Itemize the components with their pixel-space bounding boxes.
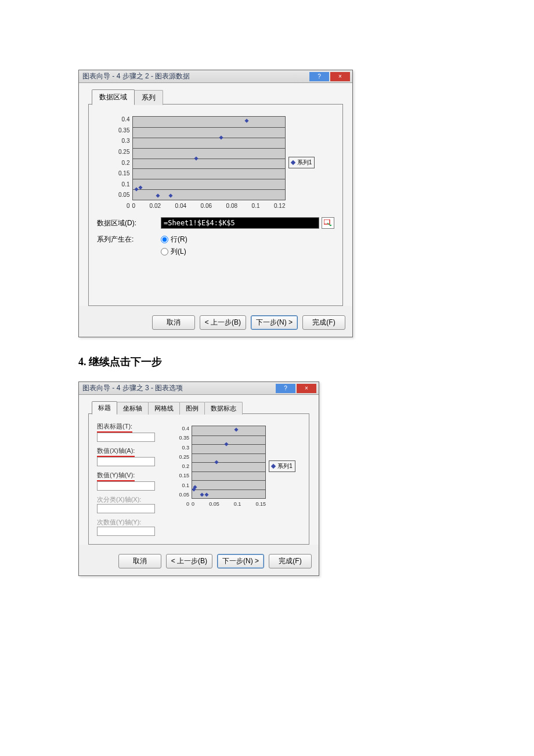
y-tick-label: 0.4 (175, 426, 189, 431)
legend: 系列1 (288, 157, 315, 168)
x-tick-label: 0.1 (252, 203, 260, 209)
y-tick-label: 0.05 (175, 492, 189, 498)
titlebar[interactable]: 图表向导 - 4 步骤之 2 - 图表源数据 ? × (79, 70, 352, 83)
x-tick-label: 0.15 (255, 501, 266, 507)
data-range-input[interactable] (161, 217, 319, 229)
tab-data-range[interactable]: 数据区域 (92, 89, 135, 105)
x-tick-label: 0.1 (234, 501, 241, 507)
legend-marker-icon (271, 464, 276, 469)
chart-wizard-step3-dialog: 图表向导 - 4 步骤之 3 - 图表选项 ? × 标题 坐标轴 网格线 图例 … (78, 381, 319, 576)
y-tick-label: 0.25 (114, 149, 130, 155)
close-button[interactable]: × (297, 384, 316, 393)
chart-preview: 0.40.350.30.250.20.150.10.050 00.050.10.… (173, 422, 301, 509)
x-tick-label: 0.02 (150, 203, 161, 209)
tab-panel-titles: 图表标题(T): 数值(X)轴(A): 数值(Y)轴(V): 次分类( (88, 413, 309, 545)
back-button[interactable]: < 上一步(B) (166, 554, 212, 568)
tab-axes[interactable]: 坐标轴 (117, 402, 149, 415)
y-tick-label: 0.15 (114, 170, 130, 177)
data-point (168, 193, 172, 197)
radio-rows[interactable]: 行(R) (161, 235, 187, 244)
tab-legend[interactable]: 图例 (179, 402, 205, 415)
cancel-button[interactable]: 取消 (152, 315, 195, 330)
data-point (224, 442, 228, 446)
x-axis-label: 数值(X)轴(A): (97, 447, 135, 457)
data-point (205, 492, 209, 496)
y-tick-label: 0.3 (114, 138, 130, 144)
help-button[interactable]: ? (309, 72, 329, 81)
range-picker-button[interactable] (322, 217, 334, 229)
help-button[interactable]: ? (276, 384, 295, 393)
y-tick-label: 0.35 (175, 435, 189, 441)
y-axis-label: 数值(Y)轴(V): (97, 471, 135, 481)
y-tick-label: 0.1 (175, 483, 189, 488)
y-tick-label: 0.1 (114, 181, 130, 188)
tab-titles[interactable]: 标题 (92, 401, 117, 415)
data-point (135, 188, 139, 192)
secondary-val-input (97, 527, 155, 536)
x-tick-label: 0.05 (209, 501, 219, 507)
close-button[interactable]: × (330, 72, 350, 81)
x-tick-label: 0.08 (226, 203, 237, 209)
chart-title-label: 图表标题(T): (97, 422, 132, 433)
secondary-cat-input (97, 504, 155, 513)
y-tick-label: 0.2 (175, 463, 189, 469)
data-point (214, 460, 218, 464)
legend-series-label: 系列1 (297, 159, 312, 167)
svg-rect-1 (330, 225, 331, 226)
y-tick-label: 0.3 (175, 445, 189, 451)
dialog-title: 图表向导 - 4 步骤之 3 - 图表选项 (82, 383, 275, 393)
y-tick-label: 0.35 (114, 127, 130, 134)
x-tick-label: 0.04 (175, 203, 186, 209)
dialog-title: 图表向导 - 4 步骤之 2 - 图表源数据 (82, 71, 308, 81)
data-point (200, 492, 204, 496)
legend-marker-icon (290, 160, 295, 165)
radio-cols[interactable]: 列(L) (161, 247, 187, 257)
tab-data-labels[interactable]: 数据标志 (204, 402, 243, 415)
data-point (138, 185, 142, 189)
radio-rows-input[interactable] (161, 236, 168, 243)
x-tick-label: 0 (132, 203, 136, 209)
secondary-val-label: 次数值(Y)轴(Y): (97, 519, 141, 525)
y-tick-label: 0.05 (114, 192, 130, 198)
data-point (244, 119, 248, 123)
series-in-label: 系列产生在: (97, 235, 161, 244)
y-axis-input[interactable] (97, 481, 155, 491)
cancel-button[interactable]: 取消 (118, 554, 161, 568)
close-icon: × (338, 73, 342, 80)
tab-series[interactable]: 系列 (134, 90, 163, 105)
titlebar[interactable]: 图表向导 - 4 步骤之 3 - 图表选项 ? × (79, 382, 319, 395)
x-tick-label: 0 (192, 501, 194, 507)
tab-panel-data-range: 0.40.350.30.250.20.150.10.050 00.020.040… (88, 104, 343, 306)
y-tick-label: 0.15 (175, 473, 189, 478)
step-caption: 4. 继续点击下一步 (78, 355, 456, 369)
legend: 系列1 (269, 460, 295, 472)
radio-rows-label: 行(R) (171, 235, 187, 244)
y-tick-label: 0.2 (114, 160, 130, 166)
secondary-cat-label: 次分类(X)轴(X): (97, 496, 141, 503)
svg-rect-0 (324, 219, 330, 224)
data-point (156, 193, 160, 197)
radio-cols-label: 列(L) (171, 247, 186, 257)
y-tick-label: 0.25 (175, 454, 189, 460)
finish-button[interactable]: 完成(F) (269, 554, 312, 568)
chart-preview: 0.40.350.30.250.20.150.10.050 00.020.040… (111, 113, 320, 211)
y-tick-label: 0.4 (114, 116, 130, 123)
legend-series-label: 系列1 (277, 462, 293, 470)
next-button[interactable]: 下一步(N) > (217, 554, 264, 568)
y-tick-label: 0 (175, 501, 189, 507)
chart-title-input[interactable] (97, 433, 155, 442)
finish-button[interactable]: 完成(F) (302, 315, 345, 330)
data-point (234, 428, 238, 432)
data-point (219, 135, 223, 139)
next-button[interactable]: 下一步(N) > (251, 315, 298, 330)
question-icon: ? (284, 385, 287, 391)
x-tick-label: 0.06 (201, 203, 212, 209)
radio-cols-input[interactable] (161, 248, 168, 255)
x-tick-label: 0.12 (274, 203, 285, 209)
close-icon: × (305, 385, 308, 391)
x-axis-input[interactable] (97, 457, 155, 466)
data-range-label: 数据区域(D): (97, 218, 161, 228)
back-button[interactable]: < 上一步(B) (200, 315, 246, 330)
range-collapse-icon (324, 219, 332, 226)
tab-gridlines[interactable]: 网格线 (148, 402, 180, 415)
